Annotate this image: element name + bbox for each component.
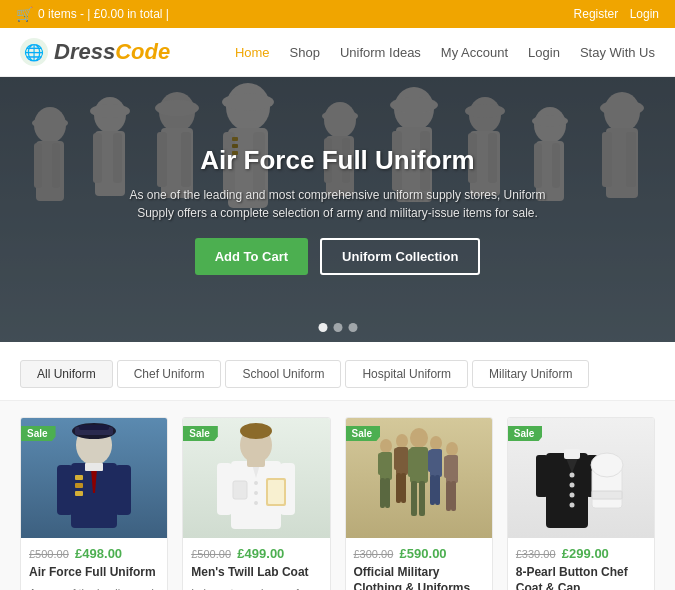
product-card-3[interactable]: Sale: [345, 417, 493, 590]
svg-rect-63: [85, 463, 103, 471]
product-image-4: Sale: [508, 418, 654, 538]
cart-icon: 🛒: [16, 6, 33, 22]
price-old-4: £330.00: [516, 548, 556, 560]
product-image-1: Sale: [21, 418, 167, 538]
svg-point-95: [430, 436, 442, 450]
product-img-military-svg: [374, 423, 464, 533]
svg-rect-86: [404, 448, 408, 470]
svg-rect-68: [217, 463, 232, 515]
svg-rect-103: [444, 456, 448, 478]
svg-rect-73: [233, 481, 247, 499]
product-img-lab-svg: [211, 423, 301, 533]
svg-rect-82: [385, 478, 390, 508]
tab-school-uniform[interactable]: School Uniform: [225, 360, 341, 388]
svg-point-117: [591, 453, 623, 477]
add-to-cart-button[interactable]: Add To Cart: [195, 238, 308, 275]
cart-summary[interactable]: 🛒 0 items - | £0.00 in total |: [16, 6, 169, 22]
svg-rect-114: [536, 455, 548, 497]
svg-rect-79: [378, 453, 382, 475]
product-name-1: Air Force Full Uniform: [29, 565, 159, 581]
hero-banner: Air Force Full Uniform As one of the lea…: [0, 77, 675, 342]
svg-rect-54: [79, 425, 109, 430]
sale-badge-3: Sale: [346, 426, 381, 441]
svg-point-65: [240, 423, 272, 439]
navbar: 🌐 DressCode Home Shop Uniform Ideas My A…: [0, 28, 675, 77]
tab-all-uniform[interactable]: All Uniform: [20, 360, 113, 388]
svg-rect-109: [564, 449, 580, 459]
svg-point-111: [569, 483, 574, 488]
nav-my-account[interactable]: My Account: [441, 45, 508, 60]
svg-rect-92: [423, 449, 428, 477]
svg-rect-97: [428, 450, 432, 472]
svg-point-77: [380, 439, 392, 453]
uniform-collection-button[interactable]: Uniform Collection: [320, 238, 480, 275]
price-old-3: £300.00: [354, 548, 394, 560]
product-desc-2: Lab coats are known for their impeccable…: [191, 586, 321, 590]
product-card-1[interactable]: Sale: [20, 417, 168, 590]
product-card-4[interactable]: Sale: [507, 417, 655, 590]
svg-rect-56: [57, 465, 73, 515]
sale-badge-2: Sale: [183, 426, 218, 441]
product-price-3: £300.00 £590.00: [354, 546, 484, 561]
svg-rect-98: [438, 450, 442, 472]
svg-rect-57: [115, 465, 131, 515]
logo[interactable]: 🌐 DressCode: [20, 38, 170, 66]
svg-point-113: [569, 503, 574, 508]
svg-point-83: [396, 434, 408, 448]
tab-military-uniform[interactable]: Military Uniform: [472, 360, 589, 388]
tab-hospital-uniform[interactable]: Hospital Uniform: [345, 360, 468, 388]
register-link[interactable]: Register: [574, 7, 619, 21]
nav-stay-with-us[interactable]: Stay With Us: [580, 45, 655, 60]
hero-content: Air Force Full Uniform As one of the lea…: [128, 145, 548, 275]
tabs: All Uniform Chef Uniform School Uniform …: [20, 360, 655, 388]
svg-rect-107: [546, 453, 588, 528]
nav-links: Home Shop Uniform Ideas My Account Login…: [235, 45, 655, 60]
svg-rect-59: [75, 483, 83, 488]
products-grid: Sale: [20, 417, 655, 590]
svg-point-112: [569, 493, 574, 498]
svg-point-76: [254, 501, 258, 505]
svg-point-74: [254, 481, 258, 485]
svg-rect-87: [396, 473, 401, 503]
hero-buttons: Add To Cart Uniform Collection: [128, 238, 548, 275]
product-price-1: £500.00 £498.00: [29, 546, 159, 561]
sale-badge-4: Sale: [508, 426, 543, 441]
svg-rect-100: [435, 475, 440, 505]
svg-rect-58: [75, 475, 83, 480]
product-image-2: Sale: [183, 418, 329, 538]
nav-shop[interactable]: Shop: [290, 45, 320, 60]
svg-rect-104: [454, 456, 458, 478]
price-old-2: £500.00: [191, 548, 231, 560]
product-info-3: £300.00 £590.00 Official Military Clothi…: [346, 538, 492, 590]
hero-description: As one of the leading and most comprehen…: [128, 186, 548, 222]
svg-rect-60: [75, 491, 83, 496]
svg-point-75: [254, 491, 258, 495]
dot-3[interactable]: [348, 323, 357, 332]
product-card-2[interactable]: Sale: [182, 417, 330, 590]
svg-rect-94: [419, 481, 425, 516]
product-desc-1: As one of the leading and most comprehen…: [29, 586, 159, 590]
svg-rect-81: [380, 478, 385, 508]
product-info-1: £500.00 £498.00 Air Force Full Uniform A…: [21, 538, 167, 590]
dot-2[interactable]: [333, 323, 342, 332]
price-old-1: £500.00: [29, 548, 69, 560]
nav-home[interactable]: Home: [235, 45, 270, 60]
tab-chef-uniform[interactable]: Chef Uniform: [117, 360, 222, 388]
cart-text: 0 items - | £0.00 in total |: [38, 7, 169, 21]
dot-1[interactable]: [318, 323, 327, 332]
price-new-2: £499.00: [237, 546, 284, 561]
price-new-4: £299.00: [562, 546, 609, 561]
product-price-4: £330.00 £299.00: [516, 546, 646, 561]
svg-rect-72: [268, 480, 284, 504]
login-link[interactable]: Login: [630, 7, 659, 21]
svg-rect-70: [247, 457, 265, 467]
product-name-2: Men's Twill Lab Coat: [191, 565, 321, 581]
product-price-2: £500.00 £499.00: [191, 546, 321, 561]
svg-rect-85: [394, 448, 398, 470]
tabs-section: All Uniform Chef Uniform School Uniform …: [0, 342, 675, 401]
nav-uniform-ideas[interactable]: Uniform Ideas: [340, 45, 421, 60]
svg-rect-105: [446, 481, 451, 511]
nav-login[interactable]: Login: [528, 45, 560, 60]
svg-rect-93: [411, 481, 417, 516]
products-section: Sale: [0, 401, 675, 590]
